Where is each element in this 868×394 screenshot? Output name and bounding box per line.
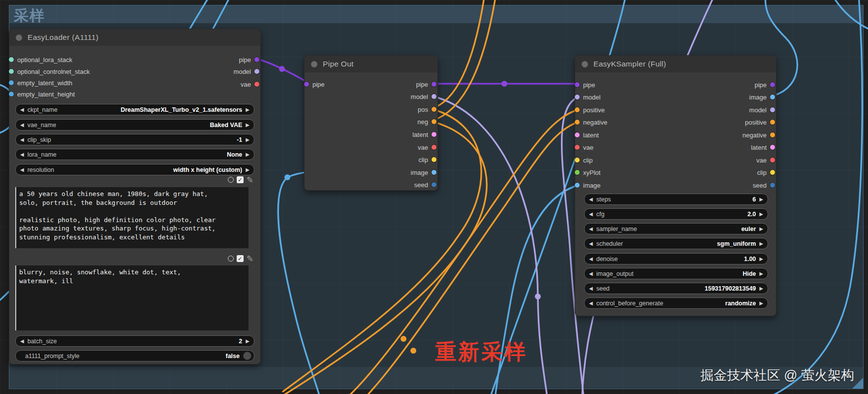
- next-arrow-icon[interactable]: ▶: [246, 338, 249, 344]
- widget-denoise[interactable]: ◀ denoise 1.00 ▶: [584, 253, 768, 264]
- negative-prompt-textarea[interactable]: blurry, noise, snowflake, white dot, tex…: [15, 265, 248, 330]
- output-port-seed[interactable]: seed: [414, 180, 436, 190]
- output-port-positive[interactable]: positive: [745, 117, 775, 127]
- widget-ckpt-name[interactable]: ◀ ckpt_name DreamShaperXL_Turbo_v2_1.saf…: [15, 104, 254, 115]
- prev-arrow-icon[interactable]: ◀: [20, 167, 24, 172]
- input-port-model[interactable]: model: [575, 92, 600, 102]
- input-port-negative[interactable]: negative: [575, 117, 607, 127]
- widget-sampler-name[interactable]: ◀ sampler_name euler ▶: [584, 223, 768, 234]
- port-dot-icon[interactable]: [770, 183, 775, 188]
- port-dot-icon[interactable]: [9, 69, 14, 74]
- prev-arrow-icon[interactable]: ◀: [589, 226, 593, 231]
- port-dot-icon[interactable]: [770, 120, 775, 125]
- widget-image-output[interactable]: ◀ image_output Hide ▶: [584, 268, 768, 279]
- port-dot-icon[interactable]: [575, 107, 580, 112]
- prev-arrow-icon[interactable]: ◀: [589, 300, 593, 306]
- next-arrow-icon[interactable]: ▶: [759, 197, 763, 202]
- port-dot-icon[interactable]: [770, 95, 775, 99]
- widget-clip-skip[interactable]: ◀ clip_skip -1 ▶: [15, 134, 254, 145]
- port-dot-icon[interactable]: [575, 145, 580, 150]
- next-arrow-icon[interactable]: ▶: [759, 241, 763, 246]
- port-dot-icon[interactable]: [9, 92, 14, 97]
- input-port-optional-lora-stack[interactable]: optional_lora_stack: [9, 55, 72, 65]
- prev-arrow-icon[interactable]: ◀: [589, 211, 593, 217]
- next-arrow-icon[interactable]: ▶: [246, 167, 249, 172]
- next-arrow-icon[interactable]: ▶: [759, 256, 763, 262]
- input-port-clip[interactable]: clip: [575, 155, 593, 165]
- enable-checkbox-icon[interactable]: ✓: [237, 255, 244, 262]
- reroute-dot-cond-1[interactable]: [401, 336, 406, 342]
- next-arrow-icon[interactable]: ▶: [246, 107, 249, 112]
- port-dot-icon[interactable]: [770, 170, 775, 175]
- port-dot-icon[interactable]: [575, 132, 580, 137]
- output-port-pos[interactable]: pos: [418, 104, 436, 114]
- output-port-neg[interactable]: neg: [417, 117, 436, 127]
- input-port-image[interactable]: image: [575, 180, 600, 190]
- output-port-image[interactable]: image: [749, 92, 775, 102]
- output-port-vae[interactable]: vae: [241, 79, 259, 89]
- node-easyksampler-titlebar[interactable]: EasyKSampler (Full): [575, 56, 776, 72]
- port-dot-icon[interactable]: [575, 120, 580, 125]
- widget-steps[interactable]: ◀ steps 6 ▶: [584, 194, 768, 205]
- output-port-negative[interactable]: negative: [743, 130, 775, 140]
- output-port-image[interactable]: image: [411, 167, 436, 177]
- output-port-seed[interactable]: seed: [753, 180, 775, 190]
- port-dot-icon[interactable]: [9, 80, 14, 85]
- mute-radio-icon[interactable]: [228, 256, 234, 262]
- port-dot-icon[interactable]: [575, 158, 580, 163]
- reroute-dot-model[interactable]: [535, 294, 541, 299]
- port-dot-icon[interactable]: [254, 69, 259, 74]
- next-arrow-icon[interactable]: ▶: [246, 137, 249, 142]
- port-dot-icon[interactable]: [254, 82, 259, 87]
- port-dot-icon[interactable]: [9, 57, 14, 62]
- port-dot-icon[interactable]: [304, 82, 309, 87]
- port-dot-icon[interactable]: [575, 82, 580, 87]
- port-dot-icon[interactable]: [432, 170, 436, 175]
- output-port-latent[interactable]: latent: [412, 130, 436, 139]
- widget-vae-name[interactable]: ◀ vae_name Baked VAE ▶: [15, 119, 254, 131]
- output-port-pipe[interactable]: pipe: [239, 55, 259, 65]
- port-dot-icon[interactable]: [432, 132, 436, 137]
- collapse-dot-icon[interactable]: [16, 34, 22, 41]
- output-port-model[interactable]: model: [411, 92, 436, 101]
- port-dot-icon[interactable]: [432, 145, 436, 150]
- node-pipe-out-titlebar[interactable]: Pipe Out: [305, 56, 437, 72]
- port-dot-icon[interactable]: [432, 82, 436, 87]
- next-arrow-icon[interactable]: ▶: [246, 152, 249, 157]
- output-port-vae[interactable]: vae: [418, 142, 436, 152]
- mute-radio-icon[interactable]: [228, 177, 234, 183]
- next-arrow-icon[interactable]: ▶: [759, 286, 763, 291]
- output-port-vae[interactable]: vae: [756, 155, 775, 165]
- prev-arrow-icon[interactable]: ◀: [20, 107, 24, 112]
- widget-a1111-prompt-style[interactable]: a1111_prompt_style false: [15, 350, 254, 361]
- next-arrow-icon[interactable]: ▶: [759, 211, 763, 217]
- positive-prompt-textarea[interactable]: a 50 years old chinese man, 1980s, dark …: [15, 187, 248, 248]
- input-port-empty-latent-width[interactable]: empty_latent_width: [9, 78, 72, 88]
- port-dot-icon[interactable]: [432, 157, 436, 162]
- prev-arrow-icon[interactable]: ◀: [20, 338, 24, 344]
- reroute-dot-pipe-1[interactable]: [279, 66, 285, 72]
- port-dot-icon[interactable]: [575, 170, 580, 175]
- prev-arrow-icon[interactable]: ◀: [20, 152, 24, 157]
- prev-arrow-icon[interactable]: ◀: [589, 197, 593, 202]
- prev-arrow-icon[interactable]: ◀: [20, 122, 24, 128]
- input-port-empty-latent-height[interactable]: empty_latent_height: [9, 89, 75, 99]
- port-dot-icon[interactable]: [770, 145, 775, 150]
- toggle-knob-icon[interactable]: [243, 352, 251, 360]
- widget-lora-name[interactable]: ◀ lora_name None ▶: [15, 149, 254, 160]
- widget-scheduler[interactable]: ◀ scheduler sgm_uniform ▶: [584, 238, 768, 249]
- input-port-optional-controlnet-stack[interactable]: optional_controlnet_stack: [9, 66, 90, 76]
- port-dot-icon[interactable]: [770, 158, 775, 163]
- port-dot-icon[interactable]: [432, 119, 436, 124]
- port-dot-icon[interactable]: [575, 183, 580, 188]
- reroute-dot-pipe-2[interactable]: [501, 81, 507, 87]
- next-arrow-icon[interactable]: ▶: [759, 226, 763, 231]
- prev-arrow-icon[interactable]: ◀: [589, 256, 593, 262]
- node-easyloader-titlebar[interactable]: EasyLoader (A1111): [9, 29, 260, 46]
- port-dot-icon[interactable]: [575, 95, 580, 99]
- widget-cfg[interactable]: ◀ cfg 2.0 ▶: [584, 208, 768, 220]
- input-port-pipe[interactable]: pipe: [304, 79, 325, 89]
- reroute-dot-cond-2[interactable]: [410, 348, 416, 354]
- widget-batch-size[interactable]: ◀ batch_size 2 ▶: [15, 335, 254, 347]
- enable-checkbox-icon[interactable]: ✓: [237, 176, 244, 183]
